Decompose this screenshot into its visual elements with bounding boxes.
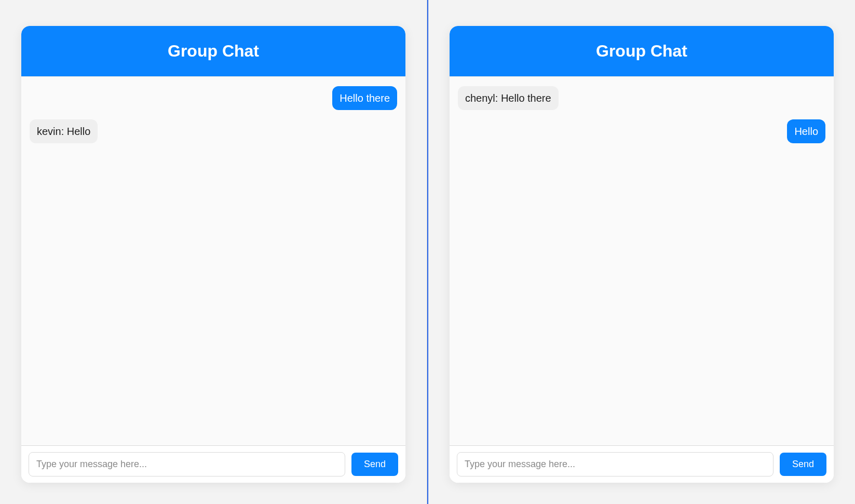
- message-bubble-received: chenyl: Hello there: [458, 86, 559, 110]
- message-row: chenyl: Hello there: [458, 86, 825, 110]
- send-button[interactable]: Send: [351, 453, 398, 476]
- chat-body[interactable]: chenyl: Hello there Hello: [450, 76, 834, 446]
- message-row: Hello there: [30, 86, 397, 110]
- message-bubble-received: kevin: Hello: [30, 119, 98, 143]
- send-button[interactable]: Send: [780, 453, 826, 476]
- chat-window-left: Group Chat Hello there kevin: Hello Send: [21, 26, 405, 483]
- chat-footer: Send: [450, 446, 834, 483]
- chat-body[interactable]: Hello there kevin: Hello: [21, 76, 405, 446]
- message-bubble-sent: Hello: [787, 119, 825, 143]
- message-row: Hello: [458, 119, 825, 143]
- chat-window-right: Group Chat chenyl: Hello there Hello Sen…: [450, 26, 834, 483]
- right-pane: Group Chat chenyl: Hello there Hello Sen…: [427, 0, 855, 504]
- split-container: Group Chat Hello there kevin: Hello Send…: [0, 0, 855, 504]
- chat-header: Group Chat: [450, 26, 834, 76]
- message-bubble-sent: Hello there: [332, 86, 397, 110]
- message-row: kevin: Hello: [30, 119, 397, 143]
- chat-footer: Send: [21, 446, 405, 483]
- message-input[interactable]: [29, 452, 345, 476]
- message-input[interactable]: [457, 452, 773, 476]
- chat-header: Group Chat: [21, 26, 405, 76]
- left-pane: Group Chat Hello there kevin: Hello Send: [0, 0, 427, 504]
